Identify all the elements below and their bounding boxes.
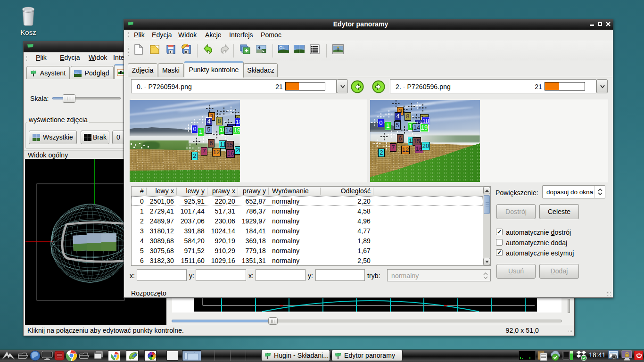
svg-text:GL: GL xyxy=(279,45,285,50)
svg-text:GL: GL xyxy=(74,71,80,75)
